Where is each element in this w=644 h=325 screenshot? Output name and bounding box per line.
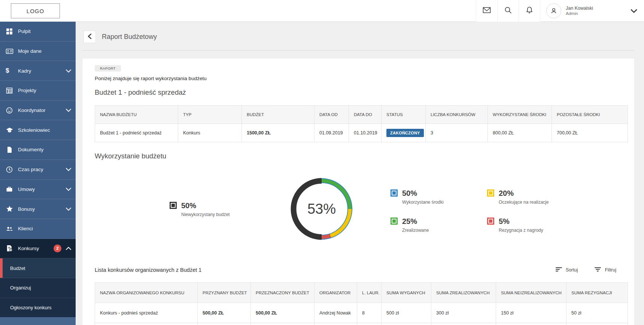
column-header: ORGANIZATOR <box>315 283 357 303</box>
logo: LOGO <box>11 3 60 18</box>
column-header: DATA DO <box>349 106 382 124</box>
notifications-button[interactable] <box>519 0 540 22</box>
chevron-left-icon <box>88 33 92 41</box>
sidebar-item-czas-pracy[interactable]: Czas pracy <box>0 160 76 180</box>
budget-heading: Budżet 1 - podnieść sprzedaż <box>95 88 186 97</box>
legend-marker-red <box>487 218 494 225</box>
cell-organizer: Andrzej Nowak <box>315 303 357 323</box>
table-row[interactable]: Budżet 1 - podnieść sprzedaż Konkurs 150… <box>95 124 628 142</box>
graduation-cap-icon <box>6 126 18 134</box>
sidebar-item-kadry[interactable]: $ Kadry <box>0 61 76 81</box>
legend-pending: 20% Oczekujące na realizacje <box>487 189 549 205</box>
column-header: SUMA ZREALIZOWANYCH <box>431 283 496 303</box>
cell-granted-budget: 500,00 ZŁ <box>198 303 251 323</box>
sidebar-item-umowy[interactable]: Umowy <box>0 180 76 200</box>
sort-button[interactable]: Sortuj <box>555 267 578 273</box>
table-row[interactable]: Konkurs - podnieś sprzedaż 500,00 ZŁ 500… <box>95 303 628 323</box>
budget-usage-chart: 50% Niewykorzystany budżet 53% 50% Wykor… <box>95 169 628 257</box>
legend-realized: 25% Zrealizowane <box>391 218 429 233</box>
cell-contest-name: Konkurs - podnieś sprzedaż <box>95 303 198 323</box>
chevron-down-icon <box>66 188 71 191</box>
sidebar-item-projekty[interactable]: Projekty <box>0 81 76 101</box>
star-icon <box>6 205 18 213</box>
notification-badge: 2 <box>54 244 61 252</box>
chevron-down-icon <box>66 109 71 112</box>
donut-center-label: 53% <box>287 174 356 244</box>
avatar <box>546 3 561 18</box>
document-icon <box>6 146 18 154</box>
column-header: SUMA REZYGNACJI <box>566 283 628 303</box>
budget-table: NAZWA BUDŻETU TYP BUDŻET DATA OD DATA DO… <box>95 105 628 142</box>
contest-list-heading: Lista konkursów organizowanych z Budżet … <box>95 267 539 273</box>
column-header: WYKORZYSTANE ŚRODKI <box>488 106 552 124</box>
sidebar-subitem-ogloszony-konkurs[interactable]: Ogłoszony konkurs <box>0 298 76 318</box>
sort-icon <box>555 267 562 273</box>
sidebar-item-klienci[interactable]: Klienci <box>0 219 76 239</box>
cell-type: Konkurs <box>178 124 242 142</box>
column-header: PRZYZNANY BUDŻET <box>198 283 251 303</box>
page-title: Raport Budżetowy <box>102 33 157 41</box>
dashboard-icon <box>6 28 18 35</box>
sidebar-item-moje-dane[interactable]: Moje dane <box>0 42 76 61</box>
column-header: DATA OD <box>315 106 349 124</box>
column-header: STATUS <box>382 106 426 124</box>
column-header: LICZBA KONKURSÓW <box>426 106 488 124</box>
cell-status: ZAKOŃCZONY <box>382 124 426 142</box>
sidebar-item-bonusy[interactable]: Bonusy <box>0 199 76 219</box>
column-header: SUMA NEIZREALIZOWANYCH <box>496 283 566 303</box>
user-name: Jan Kowalski <box>566 6 628 11</box>
cell-date-to: 01.10.2019 <box>349 124 382 142</box>
filter-button[interactable]: Filtruj <box>594 267 616 273</box>
column-header: NAZWA ORGANIZOWANEGO KONKURSU <box>95 283 198 303</box>
cell-budget-amount: 1500,00 ZŁ <box>242 124 315 142</box>
user-role: Admin <box>566 11 628 16</box>
cell-sum-won: 500 zł <box>382 303 431 323</box>
sidebar-item-koordynator[interactable]: Koordynator <box>0 101 76 121</box>
back-button[interactable] <box>83 31 96 43</box>
dollar-icon: $ <box>6 67 18 75</box>
chevron-down-icon <box>66 168 71 171</box>
cell-sum-realized: 300 zł <box>431 303 496 323</box>
sidebar-item-szkoleniowiec[interactable]: Szkoleniowiec <box>0 120 76 140</box>
sidebar-item-dokumenty[interactable]: Dokumenty <box>0 140 76 160</box>
column-header: L. LAUR. <box>357 283 382 303</box>
chevron-down-icon <box>66 207 71 211</box>
column-header: TYP <box>178 106 242 124</box>
legend-marker-green <box>391 218 398 225</box>
report-intro: Poniżej znajduje się raport wykorzystani… <box>95 76 207 81</box>
column-header: POZOSTAŁE ŚRODKI <box>552 106 628 124</box>
sidebar-subitem-budzet[interactable]: Budżet <box>0 258 76 278</box>
column-header: PRZEZNACZONY BUDŻET <box>251 283 315 303</box>
chevron-down-icon[interactable] <box>631 9 637 13</box>
legend-used: 50% Wykorzystane środki <box>391 189 444 205</box>
filter-icon <box>594 267 601 273</box>
sidebar-item-pulpit[interactable]: Pulpit <box>0 22 76 42</box>
status-badge: ZAKOŃCZONY <box>386 129 424 137</box>
sidebar-item-konkursy[interactable]: Konkursy 2 <box>0 239 76 259</box>
budget-usage-donut: 53% <box>287 174 356 244</box>
legend-marker-black <box>170 202 177 209</box>
cell-used: 800,00 ZŁ <box>488 124 552 142</box>
report-tag: RAPORT <box>95 65 121 72</box>
chevron-up-icon <box>66 247 71 250</box>
contest-document-icon <box>6 244 18 252</box>
briefcase-icon <box>6 185 18 193</box>
legend-marker-blue <box>391 189 398 197</box>
column-header: SUMA WYGANYCH <box>382 283 431 303</box>
table-row[interactable] <box>95 323 628 325</box>
sidebar: Pulpit Moje dane $ Kadry Projekty Koordy… <box>0 22 76 325</box>
cell-allocated-budget: 500,00 ZŁ <box>251 303 315 323</box>
cell-sum-resigned: 50 zł <box>566 303 628 323</box>
mail-button[interactable] <box>476 0 497 22</box>
table-list-icon <box>6 87 18 94</box>
main-content: Raport Budżetowy RAPORT Poniżej znajduje… <box>76 22 644 325</box>
people-icon <box>6 225 18 233</box>
user-menu[interactable]: Jan Kowalski Admin <box>540 0 644 22</box>
top-bar: LOGO Jan Kowalski Admin <box>0 0 644 22</box>
sidebar-partial-item <box>0 317 76 325</box>
search-button[interactable] <box>497 0 519 22</box>
sidebar-subitem-organizuj[interactable]: Organizuj <box>0 278 76 298</box>
divider <box>82 50 635 51</box>
clock-icon <box>6 166 18 173</box>
chevron-down-icon <box>66 69 71 73</box>
